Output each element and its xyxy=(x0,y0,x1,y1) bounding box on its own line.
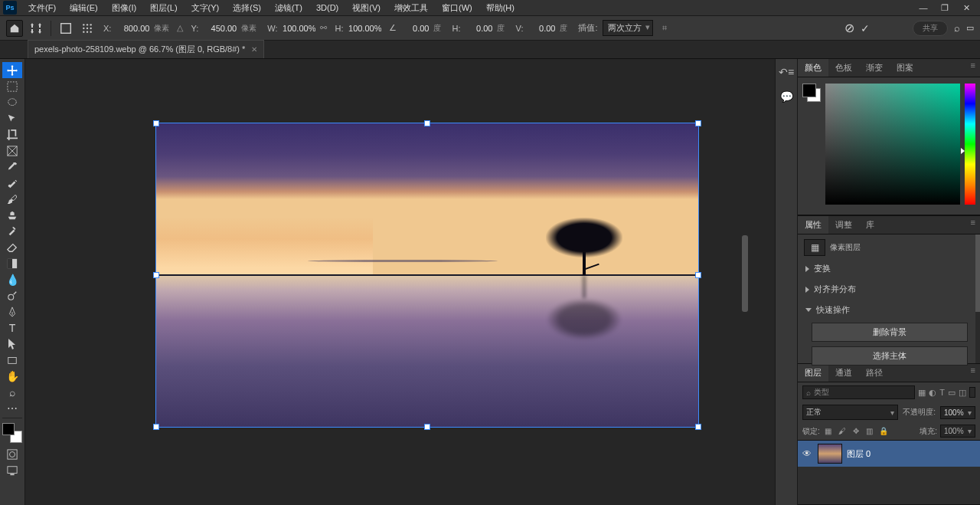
menu-layer[interactable]: 图层(L) xyxy=(143,1,184,15)
menu-filter[interactable]: 滤镜(T) xyxy=(268,1,309,15)
document-tab[interactable]: pexels-photo-258109.webp @ 66.7% (图层 0, … xyxy=(28,40,264,58)
clone-stamp-tool[interactable] xyxy=(2,207,22,223)
panel-menu-icon[interactable]: ≡ xyxy=(966,216,980,234)
edit-toolbar-icon[interactable]: ⋯ xyxy=(2,400,22,416)
filter-shape-icon[interactable]: ▭ xyxy=(948,388,956,398)
layer-filter-input[interactable]: ⌕类型 xyxy=(802,385,915,399)
transform-handle-br[interactable] xyxy=(695,424,701,430)
filter-type-icon[interactable]: T xyxy=(939,388,945,398)
type-tool[interactable]: T xyxy=(2,320,22,336)
w-input[interactable] xyxy=(282,24,315,33)
angle-input[interactable] xyxy=(401,24,429,33)
transform-handle-bm[interactable] xyxy=(424,424,430,430)
tab-layers[interactable]: 图层 xyxy=(798,364,828,382)
color-panel-swatches[interactable] xyxy=(802,84,821,102)
healing-brush-tool[interactable] xyxy=(2,175,22,191)
eyedropper-tool[interactable] xyxy=(2,159,22,175)
menu-plugins[interactable]: 增效工具 xyxy=(387,1,435,15)
zoom-tool[interactable]: ⌕ xyxy=(2,384,22,400)
layer-name-label[interactable]: 图层 0 xyxy=(847,448,871,460)
color-picker-field[interactable] xyxy=(825,84,960,205)
cancel-transform-icon[interactable]: ⊘ xyxy=(844,21,854,35)
hand-tool[interactable]: ✋ xyxy=(2,368,22,384)
path-select-tool[interactable] xyxy=(2,336,22,352)
tab-adjustments[interactable]: 调整 xyxy=(828,216,859,234)
lasso-tool[interactable] xyxy=(2,94,22,110)
tab-color[interactable]: 颜色 xyxy=(798,59,828,77)
tab-swatches[interactable]: 色板 xyxy=(828,59,859,77)
tab-properties[interactable]: 属性 xyxy=(798,216,828,234)
layer-thumbnail[interactable] xyxy=(818,444,842,464)
brush-tool[interactable]: 🖌 xyxy=(2,191,22,207)
swap-xy-icon[interactable]: △ xyxy=(177,23,183,33)
filter-pixel-icon[interactable]: ▦ xyxy=(918,388,926,398)
menu-window[interactable]: 窗口(W) xyxy=(435,1,479,15)
menu-select[interactable]: 选择(S) xyxy=(226,1,268,15)
blend-mode-dropdown[interactable]: 正常▾ xyxy=(802,405,898,420)
tab-patterns[interactable]: 图案 xyxy=(890,59,920,77)
filter-adjustment-icon[interactable]: ◐ xyxy=(929,388,936,398)
tab-gradients[interactable]: 渐变 xyxy=(859,59,890,77)
transform-accordion[interactable]: 变换 xyxy=(804,261,974,277)
skew-v-input[interactable] xyxy=(528,24,555,33)
move-tool[interactable] xyxy=(2,62,22,78)
remove-background-button[interactable]: 删除背景 xyxy=(812,323,968,342)
filter-smartobj-icon[interactable]: ◫ xyxy=(959,388,966,398)
menu-image[interactable]: 图像(I) xyxy=(105,1,143,15)
pen-tool[interactable] xyxy=(2,303,22,320)
lock-pixels-icon[interactable]: 🖌 xyxy=(837,426,848,437)
transform-handle-tm[interactable] xyxy=(424,120,430,126)
transform-tool-icon[interactable] xyxy=(28,20,44,37)
color-swatches[interactable] xyxy=(2,423,22,443)
props-scrollbar[interactable] xyxy=(975,234,980,363)
quick-actions-accordion[interactable]: 快速操作 xyxy=(804,302,974,318)
y-input[interactable] xyxy=(203,24,237,33)
warp-icon[interactable]: ⌗ xyxy=(662,23,667,33)
lock-all-icon[interactable]: 🔒 xyxy=(878,426,889,437)
transform-handle-ml[interactable] xyxy=(153,272,159,278)
eraser-tool[interactable] xyxy=(2,239,22,255)
x-input[interactable] xyxy=(116,24,149,33)
lock-artboard-icon[interactable]: ▥ xyxy=(864,426,875,437)
hue-slider[interactable] xyxy=(965,84,975,205)
dodge-tool[interactable] xyxy=(2,287,22,303)
menu-view[interactable]: 视图(V) xyxy=(345,1,387,15)
home-icon[interactable] xyxy=(6,20,23,37)
panel-menu-icon[interactable]: ≡ xyxy=(966,59,980,77)
frame-tool[interactable] xyxy=(2,143,22,159)
transform-handle-bl[interactable] xyxy=(153,424,159,430)
quick-mask-icon[interactable] xyxy=(2,446,22,462)
menu-help[interactable]: 帮助(H) xyxy=(479,1,521,15)
tab-libraries[interactable]: 库 xyxy=(859,216,881,234)
panel-menu-icon[interactable]: ≡ xyxy=(966,364,980,382)
gradient-tool[interactable] xyxy=(2,255,22,271)
reference-point-icon[interactable] xyxy=(57,20,74,37)
align-accordion[interactable]: 对齐并分布 xyxy=(804,281,974,297)
menu-type[interactable]: 文字(Y) xyxy=(185,1,227,15)
h-input[interactable] xyxy=(348,24,381,33)
menu-3d[interactable]: 3D(D) xyxy=(309,2,345,14)
canvas-area[interactable] xyxy=(25,59,775,505)
window-close-icon[interactable]: ✕ xyxy=(956,1,977,15)
link-icon[interactable]: ⚯ xyxy=(320,23,327,33)
menu-file[interactable]: 文件(F) xyxy=(21,1,63,15)
skew-h-input[interactable] xyxy=(465,24,492,33)
opacity-input[interactable]: 100%▾ xyxy=(940,406,975,419)
comments-panel-icon[interactable]: 💬 xyxy=(778,88,795,105)
transform-handle-tl[interactable] xyxy=(153,120,159,126)
lock-position-icon[interactable]: ✥ xyxy=(851,426,861,437)
crop-tool[interactable] xyxy=(2,126,22,143)
workspace-icon[interactable]: ▭ xyxy=(966,23,974,33)
screen-mode-icon[interactable] xyxy=(2,462,22,478)
quick-select-tool[interactable] xyxy=(2,110,22,126)
reference-grid-icon[interactable] xyxy=(79,20,96,37)
share-button[interactable]: 共享 xyxy=(913,21,948,36)
shape-tool[interactable] xyxy=(2,352,22,368)
window-restore-icon[interactable]: ❐ xyxy=(934,1,956,15)
transform-handle-tr[interactable] xyxy=(695,120,701,126)
select-subject-button[interactable]: 选择主体 xyxy=(812,346,968,366)
tab-paths[interactable]: 路径 xyxy=(859,364,890,382)
lock-transparency-icon[interactable]: ▦ xyxy=(823,426,834,437)
commit-transform-icon[interactable]: ✓ xyxy=(861,22,870,34)
foreground-color[interactable] xyxy=(2,423,15,435)
